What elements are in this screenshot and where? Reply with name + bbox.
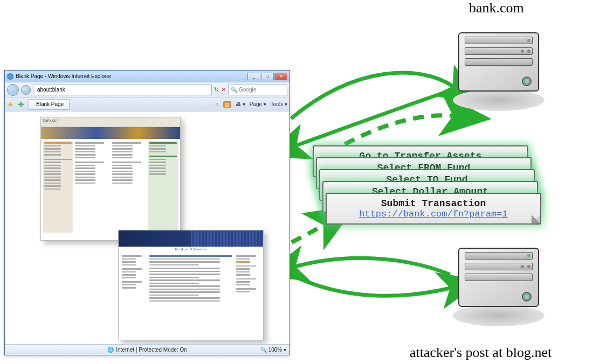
address-bar[interactable]: about:blank [33, 85, 212, 95]
globe-icon: 🌐 [107, 347, 114, 353]
window-title: Blank Page - Windows Internet Explorer [16, 73, 111, 79]
navigation-bar: about:blank ↻ ✕ 🔍 Google [5, 82, 289, 97]
address-text: about:blank [37, 87, 65, 93]
attacker-server [458, 248, 539, 345]
bank-page-title: bank.com [41, 117, 180, 127]
browser-tab[interactable]: Blank Page [29, 99, 70, 110]
page-menu[interactable]: Page ▾ [250, 101, 266, 107]
refresh-button[interactable]: ↻ [214, 86, 219, 93]
status-bar: 🌐 Internet | Protected Mode: On 🔍 100% ▾ [5, 344, 289, 355]
card-title: Submit Transaction [334, 198, 533, 209]
titlebar[interactable]: Blank Page - Windows Internet Explorer _… [5, 71, 289, 82]
close-button[interactable]: ✕ [274, 73, 287, 80]
forward-button[interactable] [21, 85, 31, 95]
status-text: Internet | Protected Mode: On [116, 347, 187, 353]
bank-page-thumbnail: bank.com [40, 117, 181, 241]
home-button[interactable]: ⌂ [216, 101, 219, 107]
blog-page-thumbnail: The Maverick Newsletter [118, 230, 264, 340]
bank-server [458, 32, 539, 129]
favorites-star-icon[interactable]: ★ [7, 100, 16, 109]
tab-bar: ★ ✚ Blank Page ⌂ ▤ 🖶 ▾ Page ▾ Tools ▾ [5, 97, 289, 111]
zoom-level[interactable]: 🔍 100% ▾ [260, 347, 286, 353]
search-icon: 🔍 [231, 87, 237, 93]
stop-button[interactable]: ✕ [221, 86, 226, 93]
blog-page-title: The Maverick Newsletter [119, 247, 263, 252]
browser-content: bank.com [5, 111, 289, 344]
tools-menu[interactable]: Tools ▾ [271, 101, 287, 107]
request-cards-stack: Go to Transfer Assets https://bank.com/f… [313, 145, 555, 232]
feed-icon[interactable]: ▤ [223, 101, 231, 108]
browser-window: Blank Page - Windows Internet Explorer _… [4, 70, 290, 355]
attacker-label: attacker's post at blog.net [410, 345, 551, 361]
back-button[interactable] [7, 84, 19, 96]
ie-icon [7, 73, 13, 80]
card-url: https://bank.com/fn?param=1 [334, 209, 533, 219]
tab-label: Blank Page [36, 101, 64, 107]
bank-label: bank.com [469, 0, 524, 16]
maximize-button[interactable]: □ [261, 73, 274, 80]
search-placeholder: Google [239, 87, 256, 93]
print-icon[interactable]: 🖶 ▾ [236, 101, 245, 107]
search-box[interactable]: 🔍 Google [228, 85, 287, 95]
add-favorites-icon[interactable]: ✚ [18, 100, 26, 109]
minimize-button[interactable]: _ [247, 73, 260, 80]
